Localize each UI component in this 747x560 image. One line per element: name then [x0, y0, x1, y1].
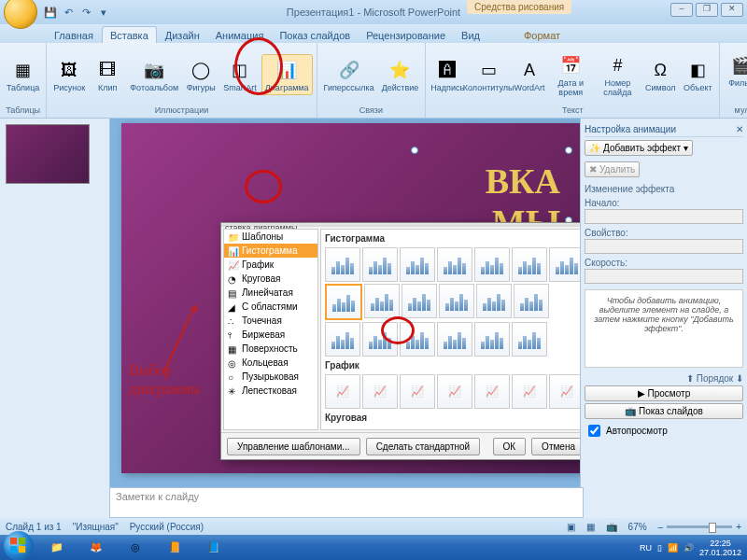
wordart-button[interactable]: AWordArt [512, 55, 547, 94]
slide-thumbnail[interactable] [6, 124, 90, 184]
cat-bar[interactable]: ▤Линейчатая [224, 286, 317, 300]
shapes-button[interactable]: ◯Фигуры [183, 55, 218, 94]
speed-select[interactable] [585, 269, 743, 284]
chart-option[interactable] [476, 284, 512, 318]
view-slideshow-icon[interactable]: 📺 [606, 522, 617, 532]
ok-button[interactable]: ОК [493, 438, 527, 455]
play-button[interactable]: ▶ Просмотр [585, 385, 743, 401]
chart-option[interactable]: 📈 [362, 374, 398, 409]
chart-option[interactable] [474, 247, 510, 282]
qat-dropdown-icon[interactable]: ▾ [96, 5, 111, 20]
symbol-button[interactable]: ΩСимвол [642, 55, 678, 94]
tab-animation[interactable]: Анимация [208, 27, 272, 43]
tray-lang[interactable]: RU [640, 543, 652, 553]
tray-flag-icon[interactable]: ▯ [657, 543, 662, 553]
system-tray[interactable]: RU ▯ 📶 🔊 22:2527.01.2012 [640, 539, 747, 557]
chart-option[interactable] [437, 247, 472, 282]
clip-button[interactable]: 🎞Клип [90, 55, 125, 94]
chart-option[interactable] [362, 247, 398, 282]
table-button[interactable]: ▦Таблица [4, 55, 42, 94]
taskbar-firefox[interactable]: 🦊 [78, 538, 115, 558]
cat-templates[interactable]: 📁Шаблоны [224, 230, 317, 244]
chart-option[interactable] [474, 322, 510, 357]
chart-option[interactable]: 📈 [437, 374, 472, 409]
cancel-button[interactable]: Отмена [531, 438, 580, 455]
zoom-slider[interactable]: –+ [658, 522, 741, 532]
chart-option[interactable] [514, 284, 549, 318]
chart-category-list[interactable]: 📁Шаблоны 📊Гистограмма 📈График ◔Круговая … [223, 229, 318, 430]
view-sorter-icon[interactable]: ▦ [586, 522, 595, 532]
chart-option[interactable] [439, 284, 474, 318]
object-button[interactable]: ◧Объект [680, 55, 715, 94]
cat-pie[interactable]: ◔Круговая [224, 272, 317, 286]
manage-templates-button[interactable]: Управление шаблонами... [227, 438, 360, 455]
tab-home[interactable]: Главная [47, 27, 101, 43]
datetime-button[interactable]: 📅Дата и время [549, 50, 593, 99]
cat-radar[interactable]: ✳Лепестковая [224, 384, 317, 398]
cat-surface[interactable]: ▦Поверхность [224, 342, 317, 356]
chart-option[interactable] [364, 284, 400, 318]
selection-handle[interactable] [411, 147, 418, 154]
chart-option[interactable] [325, 247, 360, 282]
undo-icon[interactable]: ↶ [61, 5, 76, 20]
action-button[interactable]: ⭐Действие [379, 55, 422, 94]
remove-effect-button[interactable]: ✖Удалить [585, 161, 640, 177]
save-icon[interactable]: 💾 [43, 5, 58, 20]
chart-option[interactable] [549, 247, 580, 282]
tray-clock[interactable]: 22:2527.01.2012 [699, 539, 741, 557]
language-status[interactable]: Русский (Россия) [130, 522, 204, 532]
hyperlink-button[interactable]: 🔗Гиперссылка [321, 55, 377, 94]
autopreview-checkbox[interactable]: Автопросмотр [585, 422, 743, 440]
cat-bubble[interactable]: ○Пузырьковая [224, 370, 317, 384]
taskbar-word[interactable]: 📘 [195, 538, 233, 558]
taskbar-explorer[interactable]: 📁 [38, 538, 76, 558]
chart-button[interactable]: 📊Диаграмма [261, 54, 313, 95]
chart-option[interactable]: 📈 [325, 374, 360, 409]
picture-button[interactable]: 🖼Рисунок [50, 55, 88, 94]
chart-option[interactable] [512, 247, 547, 282]
start-select[interactable] [585, 209, 743, 224]
slideshow-button[interactable]: 📺 Показ слайдов [585, 403, 743, 419]
minimize-button[interactable]: – [670, 3, 693, 17]
chart-option[interactable]: 📈 [549, 374, 580, 409]
movie-button[interactable]: 🎬Фильм [724, 50, 747, 90]
headerfooter-button[interactable]: ▭Колонтитулы [467, 55, 510, 94]
cat-doughnut[interactable]: ◎Кольцевая [224, 356, 317, 370]
slide-editor[interactable]: ВКАМЫЦЫ Выбордиаграммы ставка диаграммы … [110, 119, 580, 520]
chart-type-gallery[interactable]: Гистограмма График 📈📈📈📈📈📈📈 Круговая [320, 229, 580, 430]
cat-histogram[interactable]: 📊Гистограмма [224, 244, 317, 258]
selection-handle[interactable] [565, 147, 572, 154]
cat-stock[interactable]: ⫯Биржевая [224, 328, 317, 342]
photoalbum-button[interactable]: 📷Фотоальбом [127, 55, 181, 94]
restore-button[interactable]: ❐ [696, 3, 718, 17]
close-button[interactable]: ✕ [721, 3, 743, 17]
property-select[interactable] [585, 239, 743, 254]
tray-volume-icon[interactable]: 🔊 [684, 543, 694, 553]
taskbar-app[interactable]: ◎ [117, 538, 154, 558]
add-effect-button[interactable]: ✨Добавить эффект ▾ [585, 140, 693, 156]
tab-slideshow[interactable]: Показ слайдов [272, 27, 358, 43]
chart-option[interactable] [402, 284, 437, 318]
chart-option[interactable] [325, 284, 362, 320]
cat-area[interactable]: ◢С областями [224, 300, 317, 314]
notes-pane[interactable]: Заметки к слайду [109, 487, 584, 518]
chart-option[interactable] [400, 322, 435, 357]
view-normal-icon[interactable]: ▣ [567, 522, 575, 532]
chart-option[interactable] [325, 322, 360, 357]
textbox-button[interactable]: 🅰Надпись [430, 55, 465, 94]
cat-scatter[interactable]: ∴Точечная [224, 314, 317, 328]
chart-option[interactable]: 📈 [512, 374, 547, 409]
start-button[interactable] [4, 531, 34, 560]
tab-view[interactable]: Вид [454, 27, 487, 43]
smartart-button[interactable]: ◫SmartArt [220, 55, 260, 94]
chart-option[interactable] [437, 322, 472, 357]
taskbar-powerpoint[interactable]: 📙 [156, 538, 193, 558]
slidenum-button[interactable]: #Номер слайда [595, 50, 641, 99]
chart-option[interactable]: 📈 [400, 374, 435, 409]
chart-option[interactable] [362, 322, 398, 357]
tab-insert[interactable]: Вставка [102, 26, 157, 43]
tab-review[interactable]: Рецензирование [359, 27, 453, 43]
task-pane-close-icon[interactable]: ✕ [736, 124, 743, 134]
chart-option[interactable] [512, 322, 547, 357]
chart-option[interactable] [400, 247, 435, 282]
